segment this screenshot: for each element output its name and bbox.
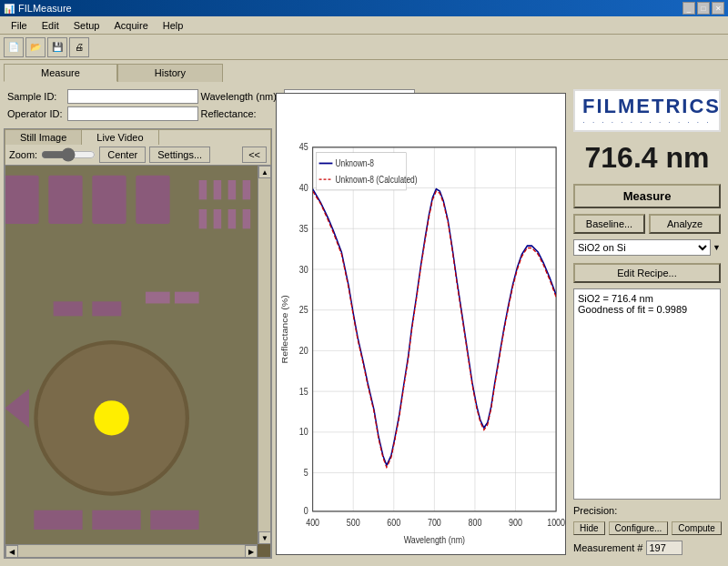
wafer-scene xyxy=(5,166,258,544)
recipe-select-row: SiO2 on Si ▼ xyxy=(573,239,721,256)
svg-rect-2 xyxy=(48,176,82,224)
edit-recipe-button[interactable]: Edit Recipe... xyxy=(573,263,721,283)
precision-row: Precision: xyxy=(573,505,721,516)
measurement-value: 716.4 nm xyxy=(573,137,721,178)
logo-dots: · · · · · · · · · · · · · · xyxy=(582,118,712,126)
precision-label: Precision: xyxy=(573,505,617,516)
chart-container: 45 40 35 30 25 20 15 10 5 0 400 500 600 … xyxy=(276,93,566,555)
back-button[interactable]: << xyxy=(242,147,267,163)
svg-rect-17 xyxy=(54,301,83,316)
svg-rect-11 xyxy=(228,209,237,228)
svg-rect-7 xyxy=(228,180,237,199)
menu-help[interactable]: Help xyxy=(156,19,191,32)
svg-rect-22 xyxy=(92,510,140,530)
image-tabs: Still Image Live Video xyxy=(5,129,271,145)
compute-button[interactable]: Compute xyxy=(672,521,722,535)
svg-rect-12 xyxy=(243,209,251,228)
svg-text:900: 900 xyxy=(509,518,522,529)
dropdown-arrow-icon: ▼ xyxy=(713,243,721,252)
settings-button[interactable]: Settings... xyxy=(149,147,210,163)
save-button[interactable]: 💾 xyxy=(47,37,67,57)
menu-bar: File Edit Setup Acquire Help xyxy=(0,16,728,35)
horizontal-scrollbar[interactable]: ◀ ▶ xyxy=(5,544,258,557)
svg-text:15: 15 xyxy=(299,386,308,397)
left-panel: Sample ID: Wavelength (nm): Operator ID:… xyxy=(4,86,272,559)
svg-point-15 xyxy=(94,400,128,435)
hide-button[interactable]: Hide xyxy=(573,521,605,535)
scroll-right-button[interactable]: ▶ xyxy=(245,545,258,558)
camera-view: ▲ ▼ ◀ ▶ xyxy=(5,165,271,558)
menu-edit[interactable]: Edit xyxy=(35,19,66,32)
baseline-analyze-row: Baseline... Analyze xyxy=(573,214,721,234)
reflectance-label: Reflectance: xyxy=(201,108,281,119)
svg-text:1000: 1000 xyxy=(547,518,565,529)
app-icon: 📊 xyxy=(4,4,15,14)
baseline-button[interactable]: Baseline... xyxy=(573,214,645,234)
operator-id-input[interactable] xyxy=(67,106,198,121)
print-button[interactable]: 🖨 xyxy=(69,37,89,57)
svg-rect-4 xyxy=(136,176,169,224)
svg-rect-8 xyxy=(243,180,251,199)
svg-text:30: 30 xyxy=(299,264,308,275)
analyze-button[interactable]: Analyze xyxy=(649,214,721,234)
tab-history[interactable]: History xyxy=(117,64,223,82)
svg-text:600: 600 xyxy=(387,518,400,529)
svg-rect-3 xyxy=(92,176,126,224)
svg-text:5: 5 xyxy=(304,467,308,478)
svg-text:Reflectance (%): Reflectance (%) xyxy=(280,295,289,363)
scroll-down-button[interactable]: ▼ xyxy=(258,531,271,544)
maximize-button[interactable]: □ xyxy=(697,2,710,15)
vertical-scrollbar[interactable]: ▲ ▼ xyxy=(258,166,270,544)
svg-text:45: 45 xyxy=(299,142,308,153)
wavelength-label: Wavelength (nm): xyxy=(201,91,281,102)
new-button[interactable]: 📄 xyxy=(4,37,24,57)
zoom-slider[interactable] xyxy=(41,149,96,160)
svg-text:20: 20 xyxy=(299,345,308,356)
main-content: Sample ID: Wavelength (nm): Operator ID:… xyxy=(0,82,728,562)
measurement-number-input[interactable] xyxy=(646,541,682,555)
svg-rect-19 xyxy=(146,292,170,304)
reflectance-chart: 45 40 35 30 25 20 15 10 5 0 400 500 600 … xyxy=(277,94,565,554)
recipe-dropdown[interactable]: SiO2 on Si xyxy=(573,239,711,256)
scroll-left-button[interactable]: ◀ xyxy=(5,545,18,558)
svg-text:500: 500 xyxy=(347,518,360,529)
svg-rect-6 xyxy=(214,180,222,199)
scroll-up-button[interactable]: ▲ xyxy=(258,166,271,178)
results-box: SiO2 = 716.4 nm Goodness of fit = 0.9989 xyxy=(573,288,721,500)
svg-text:Unknown-8: Unknown-8 xyxy=(335,158,374,168)
logo-text: FILMETRICS xyxy=(582,95,712,118)
menu-acquire[interactable]: Acquire xyxy=(106,19,155,32)
image-controls: Zoom: Center Settings... << xyxy=(5,145,271,165)
svg-text:700: 700 xyxy=(428,518,441,529)
measurement-number-label: Measurement # xyxy=(573,542,642,553)
window-title: FILMeasure xyxy=(18,3,72,14)
fields-section: Sample ID: Wavelength (nm): Operator ID:… xyxy=(4,86,272,125)
svg-text:400: 400 xyxy=(306,518,319,529)
tab-still-image[interactable]: Still Image xyxy=(5,130,82,145)
svg-text:10: 10 xyxy=(299,427,308,438)
tab-live-video[interactable]: Live Video xyxy=(82,130,158,145)
measurement-number-row: Measurement # xyxy=(573,541,721,555)
center-button[interactable]: Center xyxy=(99,147,146,163)
menu-setup[interactable]: Setup xyxy=(66,19,107,32)
svg-text:35: 35 xyxy=(299,223,308,234)
chart-panel: 45 40 35 30 25 20 15 10 5 0 400 500 600 … xyxy=(272,86,570,559)
result-line-2: Goodness of fit = 0.9989 xyxy=(578,304,716,315)
title-bar: 📊 FILMeasure _ □ ✕ xyxy=(0,0,728,16)
result-line-1: SiO2 = 716.4 nm xyxy=(578,293,716,304)
minimize-button[interactable]: _ xyxy=(682,2,695,15)
svg-rect-21 xyxy=(34,510,82,530)
sample-id-input[interactable] xyxy=(67,89,198,104)
close-button[interactable]: ✕ xyxy=(712,2,724,15)
tab-measure[interactable]: Measure xyxy=(4,64,117,82)
svg-rect-5 xyxy=(199,180,207,199)
precision-buttons-row: Hide Configure... Compute xyxy=(573,521,721,535)
measure-button[interactable]: Measure xyxy=(573,184,721,208)
open-button[interactable]: 📂 xyxy=(25,37,46,57)
svg-text:0: 0 xyxy=(304,506,308,517)
configure-button[interactable]: Configure... xyxy=(609,521,669,535)
svg-rect-9 xyxy=(199,209,207,228)
menu-file[interactable]: File xyxy=(4,19,35,32)
svg-text:800: 800 xyxy=(469,518,482,529)
svg-rect-10 xyxy=(214,209,222,228)
